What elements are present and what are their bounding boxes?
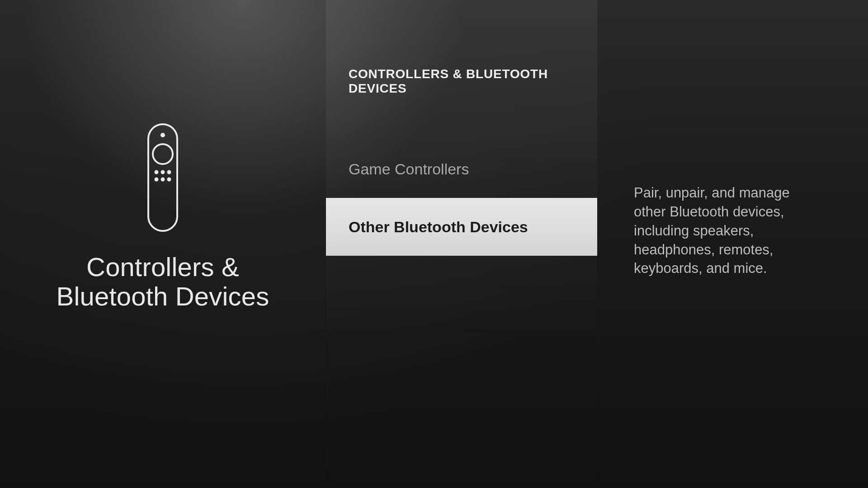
menu-item-label: Game Controllers [349, 160, 469, 178]
menu-heading: CONTROLLERS & BLUETOOTH DEVICES [326, 0, 597, 96]
category-title: Controllers & Bluetooth Devices [57, 253, 269, 311]
menu-panel: CONTROLLERS & BLUETOOTH DEVICES Game Con… [326, 0, 598, 488]
menu-item-other-bluetooth-devices[interactable]: Other Bluetooth Devices [326, 198, 597, 256]
remote-icon [146, 122, 179, 235]
svg-point-1 [160, 133, 165, 137]
svg-point-2 [153, 144, 173, 164]
svg-point-6 [155, 178, 159, 182]
category-title-line1: Controllers & [86, 252, 239, 282]
category-title-line2: Bluetooth Devices [57, 282, 269, 311]
svg-point-8 [167, 178, 171, 182]
menu-item-label: Other Bluetooth Devices [349, 218, 528, 236]
menu-item-description: Pair, unpair, and manage other Bluetooth… [634, 183, 814, 278]
settings-screen: Controllers & Bluetooth Devices CONTROLL… [0, 0, 868, 488]
svg-point-4 [161, 170, 165, 174]
menu-list: Game Controllers Other Bluetooth Devices [326, 140, 597, 256]
description-panel: Pair, unpair, and manage other Bluetooth… [598, 0, 868, 488]
category-panel: Controllers & Bluetooth Devices [0, 0, 326, 488]
svg-point-3 [155, 170, 159, 174]
menu-item-game-controllers[interactable]: Game Controllers [326, 140, 597, 198]
svg-point-7 [161, 178, 165, 182]
svg-point-5 [167, 170, 171, 174]
